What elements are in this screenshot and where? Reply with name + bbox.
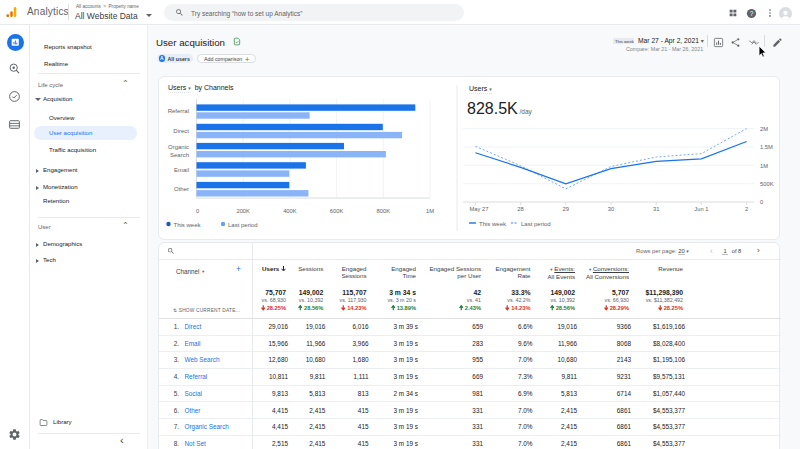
svg-text:Jun 1: Jun 1 — [694, 206, 708, 212]
svg-text:This week: This week — [174, 222, 202, 228]
svg-text:2: 2 — [745, 206, 748, 212]
svg-text:Direct: Direct — [173, 128, 189, 134]
svg-text:30: 30 — [608, 206, 614, 212]
svg-text:Email: Email — [174, 167, 189, 173]
svg-text:May 27: May 27 — [469, 206, 488, 212]
svg-text:28: 28 — [517, 206, 523, 212]
svg-text:400K: 400K — [283, 208, 297, 214]
svg-text:600K: 600K — [330, 208, 344, 214]
svg-text:29: 29 — [563, 206, 569, 212]
svg-text:Last period: Last period — [521, 221, 551, 227]
svg-text:Organic: Organic — [168, 144, 189, 150]
svg-text:0: 0 — [760, 199, 763, 205]
svg-text:This week: This week — [479, 221, 507, 227]
svg-text:1M: 1M — [760, 163, 768, 169]
svg-text:2M: 2M — [760, 126, 768, 132]
svg-text:Referral: Referral — [168, 108, 189, 114]
svg-text:Last period: Last period — [228, 222, 258, 228]
svg-text:800K: 800K — [377, 208, 391, 214]
svg-text:31: 31 — [653, 206, 659, 212]
svg-text:Search: Search — [170, 152, 189, 158]
svg-text:500K: 500K — [760, 181, 774, 187]
svg-text:1M: 1M — [426, 208, 434, 214]
svg-text:0: 0 — [196, 208, 199, 214]
svg-text:Other: Other — [174, 186, 189, 192]
svg-text:?: ? — [750, 10, 754, 17]
svg-text:1.5M: 1.5M — [760, 144, 773, 150]
svg-text:200K: 200K — [236, 208, 250, 214]
